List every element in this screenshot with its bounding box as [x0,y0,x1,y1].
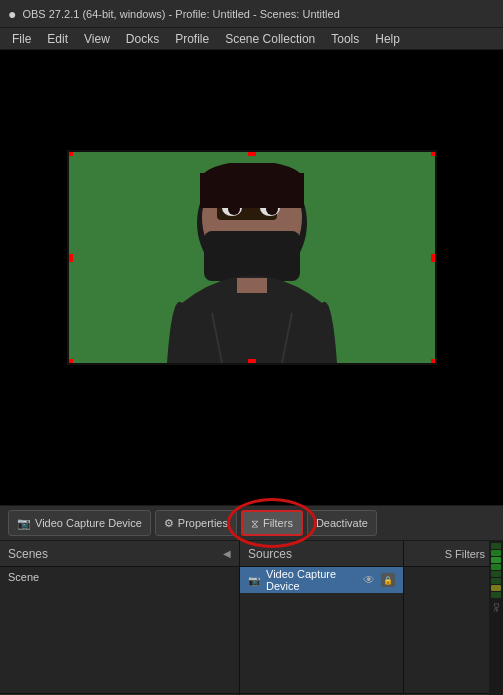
sources-header: Sources [240,541,403,566]
source-item-label: Video Capture Device [266,568,357,592]
title-bar: ● OBS 27.2.1 (64-bit, windows) - Profile… [0,0,503,28]
de-label: De [493,603,500,612]
sources-label: Sources [248,547,292,561]
meter-seg-7 [491,585,501,591]
meter-seg-8 [491,592,501,598]
filters-subpanel [403,567,503,693]
menu-file[interactable]: File [4,30,39,48]
title-text: OBS 27.2.1 (64-bit, windows) - Profile: … [22,8,339,20]
svg-rect-10 [200,173,304,208]
video-content [69,152,435,363]
person-silhouette [142,163,362,363]
preview-canvas [67,150,437,365]
menu-help[interactable]: Help [367,30,408,48]
scene-item[interactable]: Scene [0,567,239,587]
filters-subpanel-header: S Filters ◀ [403,541,503,566]
bottom-panels: Scenes ◀ Scene + ∧ ∨ Sources [0,541,503,695]
s-filters-label: S Filters [445,548,485,560]
source-type-icon: 📷 [248,575,260,586]
menu-bar: File Edit View Docks Profile Scene Colle… [0,28,503,50]
scenes-panel-header: Scenes ◀ [0,541,239,567]
filters-button[interactable]: ⧖ Filters [241,510,303,536]
camera-icon: 📷 [17,517,31,530]
meter-seg-5 [491,571,501,577]
source-item-video-capture[interactable]: 📷 Video Capture Device 👁 🔒 [240,567,403,593]
menu-edit[interactable]: Edit [39,30,76,48]
source-name-label: Video Capture Device [35,517,142,529]
video-frame [67,150,437,365]
meter-seg-4 [491,567,501,570]
scenes-header-label: Scenes [8,547,48,561]
source-visibility-button[interactable]: 👁 [363,573,375,587]
sources-list-area: 📷 Video Capture Device 👁 🔒 [240,567,503,693]
sources-list: 📷 Video Capture Device 👁 🔒 [240,567,403,693]
meter-seg-6 [491,578,501,584]
menu-profile[interactable]: Profile [167,30,217,48]
menu-scene-collection[interactable]: Scene Collection [217,30,323,48]
svg-rect-8 [237,278,267,293]
source-toolbar: 📷 Video Capture Device ⚙ Properties ⧖ Fi… [0,505,503,541]
filters-button-container: ⧖ Filters [241,510,303,536]
scenes-panel: Scenes ◀ Scene + ∧ ∨ [0,541,240,695]
filter-icon: ⧖ [251,517,259,530]
lock-icon: 🔒 [383,576,393,585]
deactivate-button[interactable]: Deactivate [307,510,377,536]
preview-area [0,50,503,505]
source-lock-button[interactable]: 🔒 [381,573,395,587]
level-meter: De Mic [489,567,503,693]
svg-rect-7 [204,231,300,281]
scenes-collapse-button[interactable]: ◀ [223,548,231,559]
menu-docks[interactable]: Docks [118,30,167,48]
sources-panel: Sources S Filters ◀ 📷 Video Capture Devi… [240,541,503,695]
deactivate-label: Deactivate [316,517,368,529]
scenes-panel-content: Scene [0,567,239,693]
source-name-button[interactable]: 📷 Video Capture Device [8,510,151,536]
menu-tools[interactable]: Tools [323,30,367,48]
filters-label: Filters [263,517,293,529]
scene-item-label: Scene [8,571,39,583]
sources-header-row: Sources S Filters ◀ [240,541,503,567]
menu-view[interactable]: View [76,30,118,48]
properties-button[interactable]: ⚙ Properties [155,510,237,536]
properties-label: Properties [178,517,228,529]
app-icon: ● [8,6,16,22]
gear-icon: ⚙ [164,517,174,530]
